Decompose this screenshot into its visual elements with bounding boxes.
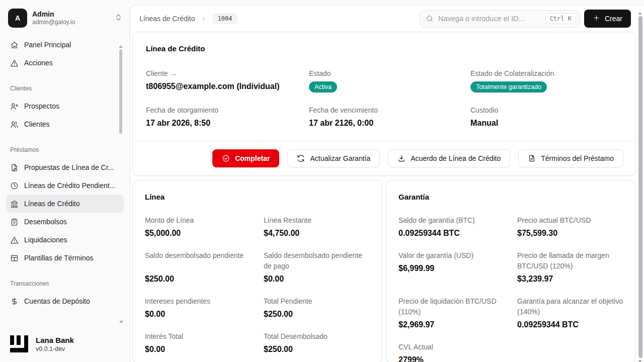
terminos-del-prestamo-button[interactable]: Términos del Préstamo [518,149,623,167]
field-value-link[interactable]: t806955@example.com (Individual) [146,81,309,92]
chevron-right-icon [200,15,207,22]
sidebar-item-propuestas-de-linea-de-cr[interactable]: Propuestas de Línea de Cr... [6,158,124,176]
brand-version: v0.0.1-dev [36,345,74,352]
sidebar-scroll-up-icon[interactable] [119,45,123,48]
lana-bank-logo [9,334,29,354]
user-name: Admin [32,10,75,19]
field-saldo-de-garantia-btc: Saldo de garantía (BTC)0.09259344 BTC [398,215,517,238]
field-precio-de-llamada-de-margen-btc-usd-120: Precio de llamada de margen BTC/USD (120… [517,250,623,284]
field-precio-de-liquidacion-btc-usd-110: Precio de liquidación BTC/USD (110%)$2,9… [398,296,517,330]
sidebar-item-label: Plantillas de Términos [24,254,93,262]
sidebar-item-panel-principal[interactable]: Panel Principal [6,36,124,54]
sidebar-item-label: Cuentas de Depósito [24,297,90,305]
breadcrumb-credit-lines[interactable]: Líneas de Crédito [139,15,195,23]
sidebar-item-label: Clientes [24,120,50,128]
sidebar-item-lineas-de-credito-pendient[interactable]: Líneas de Crédito Pendient... [6,176,124,195]
sidebar-item-acciones[interactable]: Acciones [6,54,124,72]
sidebar-item-label: Liquidaciones [24,236,67,244]
main-panel: Líneas de Crédito 1004 Ctrl K Crear [130,5,644,362]
home-icon [10,41,19,49]
field-interes-total: Interés Total$0.00 [145,331,264,354]
user-menu[interactable]: A Admin admin@galoy.io [0,0,130,33]
field-custodio: CustodioManual [470,105,622,128]
user-plus-icon [10,102,19,111]
field-value: Activa [309,79,470,93]
field-value: 0.09259344 BTC [517,320,623,330]
field-monto-de-linea: Monto de Línea$5,000.00 [145,215,264,238]
sidebar-scrollbar[interactable] [119,49,122,134]
field-label: Línea Restante [264,215,370,226]
field-cliente: Cliente →t806955@example.com (Individual… [146,68,309,93]
sidebar-item-liquidaciones[interactable]: Liquidaciones [6,231,124,249]
sidebar-item-label: Líneas de Crédito Pendient... [24,182,115,190]
sidebar-item-label: Líneas de Crédito [24,200,80,208]
field-label: Saldo de garantía (BTC) [398,215,517,226]
button-label: Completar [235,154,270,162]
main-header: Líneas de Crédito 1004 Ctrl K Crear [130,6,644,32]
actualizar-garantia-button[interactable]: Actualizar Garantía [287,149,380,167]
field-value: Manual [470,118,622,128]
brand-footer: Lana Bank v0.0.1-dev [9,334,74,354]
field-label: Intereses pendientes [145,296,264,307]
field-garantia-para-alcanzar-el-objetivo-140: Garantía para alcanzar el objetivo (140%… [517,296,623,330]
sidebar-item-desembolsos[interactable]: Desembolsos [6,213,124,231]
field-linea-restante: Línea Restante$4,750.00 [264,215,370,238]
field-value: Totalmente garantizado [470,79,622,93]
sidebar-item-lineas-de-credito[interactable]: Líneas de Crédito [6,195,124,213]
breadcrumb: Líneas de Crédito 1004 [139,13,237,24]
field-label: Interés Total [145,331,264,342]
sidebar-item-label: Prospectos [24,102,59,110]
file-text-icon [528,154,536,162]
field-fecha-de-otorgamiento: Fecha de otorgamiento17 abr 2026, 8:50 [146,105,309,128]
field-value: 17 abr 2026, 8:50 [146,118,309,128]
sidebar-scroll-down-icon[interactable] [119,321,123,323]
field-value: $250.00 [145,274,264,284]
status-badge: Activa [309,81,337,93]
card-title: Línea [145,193,370,201]
credit-facility-card: Línea de Crédito Cliente →t806955@exampl… [132,32,636,176]
clipboard-icon [10,218,19,226]
layout-template-icon [10,254,19,262]
completar-button[interactable]: Completar [212,149,279,167]
sidebar: A Admin admin@galoy.io Panel PrincipalAc… [0,0,130,362]
main-scroll-up-icon[interactable] [638,12,642,15]
field-label: Fecha de vencimiento [309,105,470,116]
sidebar-item-clientes[interactable]: Clientes [6,115,124,133]
create-button[interactable]: Crear [584,10,631,28]
sidebar-item-prospectos[interactable]: Prospectos [6,97,124,115]
sidebar-item-label: Propuestas de Línea de Cr... [24,163,114,171]
chevrons-up-down-icon [114,13,123,24]
field-value: $5,000.00 [145,228,264,238]
field-value: $250.00 [264,344,370,354]
field-label: Saldo desembolsado pendiente [145,250,264,261]
field-label: Total Desembolsado [264,331,370,342]
bank-icon [10,200,19,208]
field-valor-de-garantia-usd: Valor de garantía (USD)$6,999.99 [398,250,517,284]
status-badge: Totalmente garantizado [470,81,547,93]
alert-triangle-icon [10,236,19,244]
refresh-icon [297,154,305,162]
field-label: Cliente → [146,68,309,79]
garantia-card: GarantíaSaldo de garantía (BTC)0.0925934… [386,180,636,362]
user-email: admin@galoy.io [32,19,75,26]
field-value: 17 abr 2126, 0:00 [309,118,470,128]
card-title: Garantía [398,193,623,201]
field-label: Garantía para alcanzar el objetivo (140%… [517,296,623,317]
field-label: Custodio [470,105,622,116]
field-value: $3,239.97 [517,274,623,284]
field-value: $0.00 [145,309,264,319]
acuerdo-de-linea-de-credito-button[interactable]: Acuerdo de Línea de Crédito [388,149,510,167]
field-value: $75,599.30 [517,228,623,238]
main-scrollbar[interactable] [638,16,642,358]
field-total-pendiente: Total Pendiente$250.00 [264,296,370,319]
field-fecha-de-vencimiento: Fecha de vencimiento17 abr 2126, 0:00 [309,105,470,128]
download-icon [397,154,406,162]
field-value: $2,969.97 [398,320,517,330]
search-input[interactable] [438,15,541,23]
sidebar-item-plantillas-de-terminos[interactable]: Plantillas de Términos [6,249,124,267]
sidebar-item-cuentas-de-deposito[interactable]: Cuentas de Depósito [6,292,124,310]
main-scroll-down-icon[interactable] [638,360,642,362]
field-label: Fecha de otorgamiento [146,105,309,116]
field-value: $4,750.00 [264,228,370,238]
button-label: Actualizar Garantía [310,154,370,162]
